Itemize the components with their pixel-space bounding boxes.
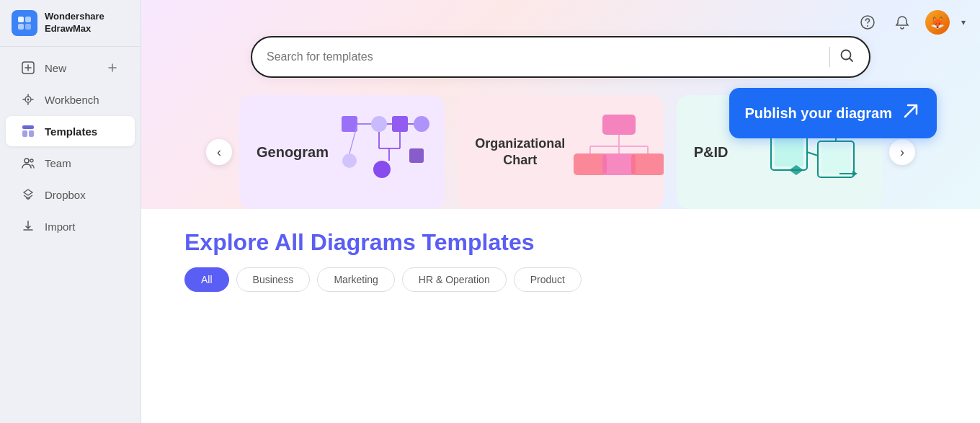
svg-point-11 — [30, 159, 33, 162]
svg-line-43 — [807, 152, 818, 156]
sidebar-item-templates[interactable]: Templates — [6, 116, 135, 146]
sidebar-item-label-dropbox: Dropbox — [45, 189, 86, 201]
explore-section: Explore All Diagrams Templates All Busin… — [141, 209, 980, 423]
sidebar-item-label-workbench: Workbench — [45, 94, 99, 106]
topbar: 🦊 ▾ — [842, 0, 980, 45]
svg-rect-17 — [392, 116, 408, 132]
sidebar-item-label-team: Team — [45, 157, 71, 169]
notification-icon[interactable] — [891, 11, 914, 34]
search-divider — [829, 47, 830, 67]
filter-tab-business[interactable]: Business — [236, 267, 311, 292]
avatar[interactable]: 🦊 — [925, 10, 950, 35]
svg-rect-27 — [409, 148, 424, 163]
svg-marker-48 — [789, 165, 803, 175]
carousel-card-org-chart[interactable]: Organizational Chart — [458, 95, 663, 209]
sidebar-item-dropbox[interactable]: Dropbox — [6, 179, 135, 210]
svg-rect-42 — [821, 145, 850, 174]
filter-tabs: All Business Marketing HR & Operation Pr… — [184, 267, 937, 292]
org-chart-illustration — [565, 109, 663, 195]
sidebar-item-new[interactable]: New — [6, 53, 135, 83]
workbench-icon — [20, 92, 36, 107]
carousel-prev-button[interactable]: ‹ — [206, 139, 232, 165]
svg-rect-0 — [18, 17, 24, 22]
card-label-genogram: Genogram — [257, 143, 329, 161]
template-icon — [20, 123, 36, 139]
app-logo: Wondershare EdrawMax — [0, 0, 141, 47]
sidebar-nav: New Workbench — [0, 47, 141, 247]
svg-rect-37 — [602, 153, 636, 175]
svg-rect-38 — [631, 153, 663, 175]
card-label-org-chart: Organizational Chart — [475, 135, 565, 169]
sidebar: Wondershare EdrawMax New — [0, 0, 141, 423]
logo-icon — [12, 10, 37, 36]
users-icon — [20, 155, 36, 171]
plus-square-icon — [20, 60, 36, 76]
sidebar-item-workbench[interactable]: Workbench — [6, 84, 135, 115]
search-button[interactable] — [839, 48, 855, 67]
carousel-section: Publish your diagram ‹ Genogram — [141, 95, 980, 209]
add-icon — [104, 60, 120, 76]
svg-point-28 — [342, 153, 357, 168]
filter-tab-hr-operation[interactable]: HR & Operation — [402, 267, 507, 292]
sidebar-item-team[interactable]: Team — [6, 148, 135, 178]
filter-tab-product[interactable]: Product — [514, 267, 582, 292]
svg-rect-7 — [22, 125, 34, 129]
sidebar-item-label-import: Import — [45, 221, 76, 233]
publish-label: Publish your diagram — [745, 104, 892, 123]
svg-rect-9 — [29, 130, 34, 137]
svg-rect-8 — [22, 130, 27, 137]
avatar-dropdown-icon[interactable]: ▾ — [961, 17, 966, 27]
svg-rect-30 — [602, 115, 636, 135]
svg-point-13 — [867, 25, 868, 27]
genogram-illustration — [329, 109, 429, 195]
logo-text: Wondershare EdrawMax — [45, 11, 104, 35]
card-label-pid: P&ID — [694, 143, 729, 161]
svg-rect-15 — [342, 116, 357, 132]
svg-point-18 — [414, 116, 429, 132]
explore-title-colored: All Diagrams Templates — [275, 229, 534, 255]
explore-title: Explore All Diagrams Templates — [184, 229, 937, 256]
search-input[interactable] — [267, 50, 821, 63]
svg-point-6 — [27, 99, 30, 101]
publish-button[interactable]: Publish your diagram — [729, 88, 937, 138]
svg-rect-2 — [18, 24, 24, 30]
svg-rect-40 — [775, 138, 803, 166]
filter-tab-all[interactable]: All — [184, 267, 229, 292]
svg-rect-1 — [25, 17, 31, 22]
carousel-next-button[interactable]: › — [889, 139, 915, 165]
carousel-card-genogram[interactable]: Genogram — [239, 95, 445, 209]
help-icon[interactable] — [856, 11, 879, 34]
explore-title-plain: Explore — [184, 229, 275, 255]
sidebar-item-label-templates: Templates — [45, 125, 97, 138]
svg-rect-3 — [25, 24, 31, 30]
import-icon — [20, 218, 36, 234]
main-content: 🦊 ▾ Publish your diagram — [141, 0, 980, 423]
svg-point-16 — [371, 116, 387, 132]
svg-rect-26 — [373, 161, 391, 178]
sidebar-item-label-new: New — [45, 62, 66, 74]
svg-rect-36 — [574, 153, 607, 175]
publish-arrow-icon — [901, 101, 921, 125]
dropbox-icon — [20, 187, 36, 202]
filter-tab-marketing[interactable]: Marketing — [317, 267, 394, 292]
search-box — [251, 36, 870, 78]
svg-point-10 — [24, 159, 29, 163]
svg-marker-50 — [852, 171, 858, 177]
sidebar-item-import[interactable]: Import — [6, 211, 135, 241]
